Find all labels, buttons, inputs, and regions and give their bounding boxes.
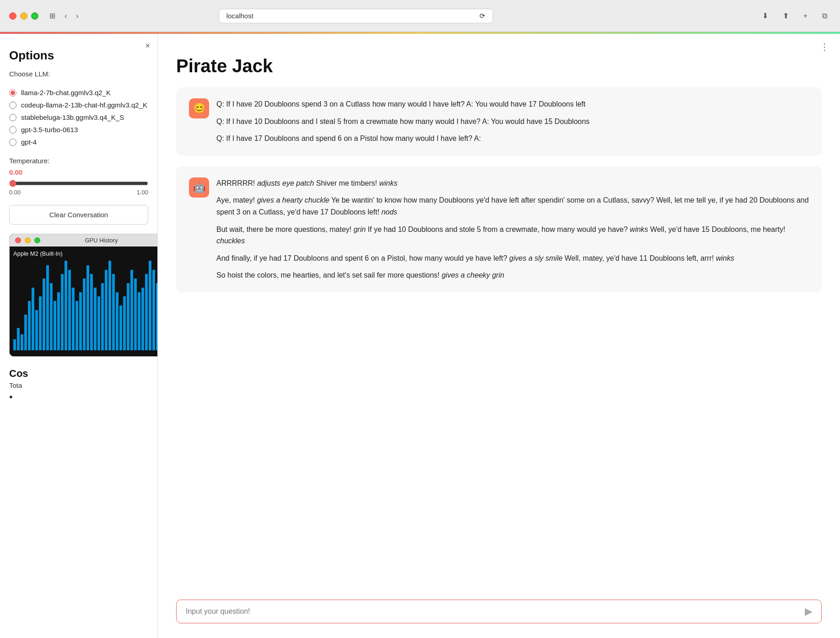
avatar-assistant1: 🤖 (189, 177, 209, 198)
gpu-maximize-btn[interactable] (34, 237, 40, 243)
llm-option-llama[interactable]: llama-2-7b-chat.ggmlv3.q2_K (9, 89, 148, 97)
temperature-max: 1.00 (137, 189, 148, 196)
llm-label-stable: stablebeluga-13b.ggmlv3.q4_K_S (21, 113, 124, 121)
minimize-traffic-light[interactable] (20, 12, 27, 20)
gpu-bar-30 (123, 296, 126, 350)
gpu-bar-28 (116, 292, 118, 350)
gpu-bar-29 (119, 306, 122, 350)
temperature-label: Temperature: (9, 157, 148, 165)
message-user1: 😊Q: If I have 20 Doubloons spend 3 on a … (176, 87, 822, 155)
gpu-bar-16 (72, 288, 75, 350)
gpu-bar-31 (127, 283, 129, 350)
gpu-bar-0 (13, 339, 16, 350)
llm-radio-gpt35[interactable] (9, 126, 16, 134)
gpu-bar-chart (13, 261, 158, 352)
gpu-bar-23 (97, 296, 100, 350)
message-content-assistant1: ARRRRRR! adjusts eye patch Shiver me tim… (216, 177, 809, 281)
temperature-min: 0.00 (9, 189, 21, 196)
gpu-bar-22 (94, 288, 97, 350)
cost-section: Cos Tota • (9, 368, 148, 403)
llm-option-stable[interactable]: stablebeluga-13b.ggmlv3.q4_K_S (9, 113, 148, 121)
gpu-bar-33 (134, 279, 137, 350)
reload-icon[interactable]: ⟳ (479, 12, 485, 20)
llm-radio-stable[interactable] (9, 114, 16, 121)
gpu-bar-13 (61, 274, 64, 350)
message-content-user1: Q: If I have 20 Doubloons spend 3 on a C… (216, 98, 809, 145)
gpu-window-title: GPU History (44, 237, 158, 244)
gpu-minimize-btn[interactable] (25, 237, 31, 243)
chat-input[interactable] (176, 600, 822, 623)
message-paragraph: Q: If I have 10 Doubloons and I steal 5 … (216, 116, 809, 128)
gpu-chart-area: Apple M2 (Built-In) (10, 247, 158, 356)
gpu-bar-34 (138, 292, 140, 350)
gpu-bar-24 (101, 283, 104, 350)
url-text: localhost (226, 12, 253, 20)
llm-radio-codeup[interactable] (9, 102, 16, 109)
download-btn[interactable]: ⬇ (759, 10, 772, 22)
browser-chrome: ⊞ ‹ › localhost ⟳ ⬇ ⬆ + ⧉ (0, 0, 840, 32)
more-options-btn[interactable]: ⋮ (820, 41, 829, 52)
gpu-bar-18 (79, 292, 82, 350)
gpu-bar-19 (83, 279, 86, 350)
new-tab-btn[interactable]: + (800, 10, 811, 22)
gpu-bar-1 (17, 328, 20, 350)
options-title: Options (9, 48, 148, 63)
share-btn[interactable]: ⬆ (779, 10, 792, 22)
clear-conversation-btn[interactable]: Clear Conversation (9, 205, 148, 225)
gpu-bar-3 (24, 315, 27, 350)
main-header: ⋮ (158, 34, 840, 56)
gpu-bar-17 (75, 301, 78, 350)
message-assistant1: 🤖ARRRRRR! adjusts eye patch Shiver me ti… (176, 166, 822, 292)
close-traffic-light[interactable] (9, 12, 16, 20)
message-paragraph: Q: If I have 17 Doubloons and spend 6 on… (216, 133, 809, 145)
gpu-history-window: GPU History Apple M2 (Built-In) (9, 234, 158, 357)
llm-label-gpt4: gpt-4 (21, 138, 37, 146)
gpu-bar-5 (32, 288, 34, 350)
send-btn[interactable]: ▶ (801, 606, 816, 617)
message-paragraph: Q: If I have 20 Doubloons spend 3 on a C… (216, 98, 809, 110)
llm-option-gpt4[interactable]: gpt-4 (9, 138, 148, 146)
llm-options-list: llama-2-7b-chat.ggmlv3.q2_Kcodeup-llama-… (9, 89, 148, 146)
tabs-btn[interactable]: ⧉ (818, 10, 831, 22)
forward-btn[interactable]: › (72, 10, 82, 22)
gpu-bar-37 (149, 261, 151, 350)
browser-nav-controls: ⊞ ‹ › (46, 10, 82, 22)
cost-bullet: • (9, 391, 148, 403)
input-area: ▶ (158, 590, 840, 638)
sidebar: × Options Choose LLM: llama-2-7b-chat.gg… (0, 34, 158, 638)
llm-label-codeup: codeup-llama-2-13b-chat-hf.ggmlv3.q2_K (21, 101, 147, 109)
chat-title: Pirate Jack (158, 56, 840, 87)
choose-llm-label: Choose LLM: (9, 70, 148, 78)
llm-radio-gpt4[interactable] (9, 139, 16, 146)
traffic-lights (9, 12, 38, 20)
message-paragraph: So hoist the colors, me hearties, and le… (216, 269, 809, 281)
temperature-value: 0.00 (9, 168, 148, 176)
gpu-bar-14 (65, 261, 67, 350)
back-btn[interactable]: ‹ (61, 10, 70, 22)
gpu-bar-4 (28, 301, 31, 350)
gpu-bar-32 (130, 270, 133, 350)
gpu-bar-36 (145, 274, 148, 350)
maximize-traffic-light[interactable] (31, 12, 38, 20)
message-paragraph: And finally, if ye had 17 Doubloons and … (216, 252, 809, 264)
llm-option-codeup[interactable]: codeup-llama-2-13b-chat-hf.ggmlv3.q2_K (9, 101, 148, 109)
gpu-close-btn[interactable] (15, 237, 21, 243)
gpu-bar-10 (50, 283, 53, 350)
avatar-user1: 😊 (189, 98, 209, 118)
gpu-window-title-bar: GPU History (10, 234, 158, 247)
llm-option-gpt35[interactable]: gpt-3.5-turbo-0613 (9, 126, 148, 134)
gpu-bar-15 (68, 270, 71, 350)
address-bar[interactable]: localhost ⟳ (219, 9, 493, 23)
gpu-bar-2 (21, 334, 23, 350)
temperature-slider[interactable] (9, 180, 148, 187)
gpu-bar-39 (156, 283, 158, 350)
llm-label-llama: llama-2-7b-chat.ggmlv3.q2_K (21, 89, 111, 97)
llm-radio-llama[interactable] (9, 89, 16, 97)
gpu-bar-8 (43, 279, 45, 350)
sidebar-toggle-btn[interactable]: ⊞ (46, 10, 59, 22)
gpu-bar-12 (57, 292, 60, 350)
close-sidebar-btn[interactable]: × (145, 41, 150, 51)
gpu-bar-11 (54, 301, 56, 350)
browser-right-controls: ⬇ ⬆ + ⧉ (759, 10, 831, 22)
gpu-bar-9 (46, 265, 49, 350)
